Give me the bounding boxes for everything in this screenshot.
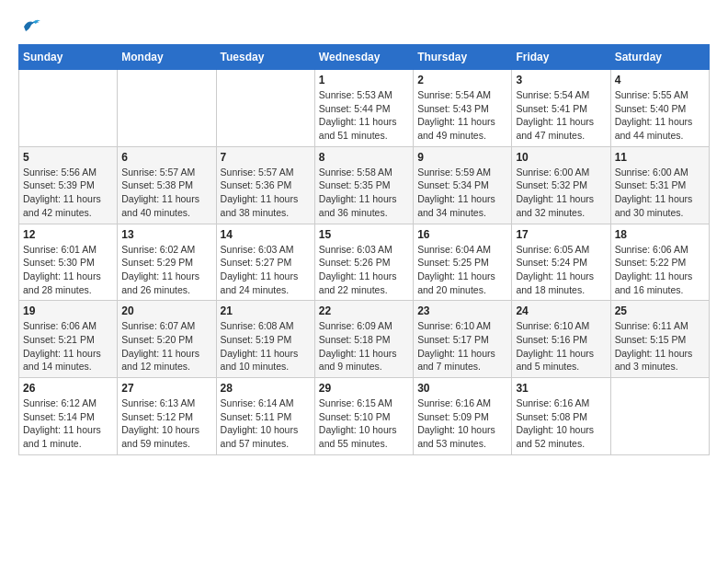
day-info: Sunrise: 6:09 AM Sunset: 5:18 PM Dayligh… (319, 319, 409, 373)
calendar-week-5: 26Sunrise: 6:12 AM Sunset: 5:14 PM Dayli… (19, 378, 710, 455)
calendar-cell: 12Sunrise: 6:01 AM Sunset: 5:30 PM Dayli… (19, 224, 118, 301)
calendar-cell (118, 70, 216, 147)
day-info: Sunrise: 6:10 AM Sunset: 5:17 PM Dayligh… (417, 319, 507, 373)
day-number: 28 (221, 382, 311, 395)
calendar-cell: 15Sunrise: 6:03 AM Sunset: 5:26 PM Dayli… (314, 224, 413, 301)
day-info: Sunrise: 5:55 AM Sunset: 5:40 PM Dayligh… (615, 88, 705, 143)
day-number: 8 (319, 151, 409, 164)
day-number: 27 (121, 382, 211, 395)
day-info: Sunrise: 5:57 AM Sunset: 5:36 PM Dayligh… (221, 166, 311, 220)
day-info: Sunrise: 6:07 AM Sunset: 5:20 PM Dayligh… (121, 319, 211, 373)
day-number: 12 (23, 228, 113, 241)
day-info: Sunrise: 6:15 AM Sunset: 5:10 PM Dayligh… (319, 396, 409, 451)
day-info: Sunrise: 6:00 AM Sunset: 5:32 PM Dayligh… (516, 166, 606, 220)
calendar-table: SundayMondayTuesdayWednesdayThursdayFrid… (18, 44, 710, 455)
day-number: 10 (516, 151, 606, 164)
day-number: 18 (615, 228, 705, 241)
calendar-header-row: SundayMondayTuesdayWednesdayThursdayFrid… (19, 45, 710, 70)
calendar-cell: 11Sunrise: 6:00 AM Sunset: 5:31 PM Dayli… (610, 146, 709, 224)
day-info: Sunrise: 5:53 AM Sunset: 5:44 PM Dayligh… (319, 88, 409, 143)
calendar-cell: 20Sunrise: 6:07 AM Sunset: 5:20 PM Dayli… (118, 301, 216, 378)
weekday-header-monday: Monday (118, 45, 216, 70)
calendar-cell: 22Sunrise: 6:09 AM Sunset: 5:18 PM Dayli… (314, 301, 413, 378)
day-info: Sunrise: 6:14 AM Sunset: 5:11 PM Dayligh… (221, 396, 311, 451)
day-info: Sunrise: 5:59 AM Sunset: 5:34 PM Dayligh… (417, 166, 507, 220)
day-number: 6 (121, 151, 211, 164)
weekday-header-tuesday: Tuesday (216, 45, 314, 70)
calendar-cell: 27Sunrise: 6:13 AM Sunset: 5:12 PM Dayli… (118, 378, 216, 455)
day-info: Sunrise: 6:12 AM Sunset: 5:14 PM Dayligh… (23, 396, 113, 451)
day-number: 2 (417, 74, 507, 86)
page-header (18, 18, 710, 35)
day-number: 14 (221, 228, 311, 241)
logo (18, 18, 40, 35)
calendar-cell: 29Sunrise: 6:15 AM Sunset: 5:10 PM Dayli… (314, 378, 413, 455)
calendar-cell (216, 70, 314, 147)
calendar-cell: 4Sunrise: 5:55 AM Sunset: 5:40 PM Daylig… (610, 70, 709, 147)
calendar-cell: 2Sunrise: 5:54 AM Sunset: 5:43 PM Daylig… (414, 70, 512, 147)
day-number: 17 (516, 228, 606, 241)
calendar-cell: 17Sunrise: 6:05 AM Sunset: 5:24 PM Dayli… (512, 224, 610, 301)
day-info: Sunrise: 6:16 AM Sunset: 5:08 PM Dayligh… (516, 396, 606, 451)
calendar-cell: 24Sunrise: 6:10 AM Sunset: 5:16 PM Dayli… (512, 301, 610, 378)
calendar-cell: 14Sunrise: 6:03 AM Sunset: 5:27 PM Dayli… (216, 224, 314, 301)
day-number: 26 (23, 382, 113, 395)
day-number: 30 (417, 382, 507, 395)
calendar-cell: 18Sunrise: 6:06 AM Sunset: 5:22 PM Dayli… (610, 224, 709, 301)
calendar-body: 1Sunrise: 5:53 AM Sunset: 5:44 PM Daylig… (19, 70, 710, 455)
day-number: 13 (121, 228, 211, 241)
day-number: 20 (121, 304, 211, 317)
day-info: Sunrise: 6:13 AM Sunset: 5:12 PM Dayligh… (121, 396, 211, 451)
calendar-cell: 6Sunrise: 5:57 AM Sunset: 5:38 PM Daylig… (118, 146, 216, 224)
day-info: Sunrise: 5:54 AM Sunset: 5:41 PM Dayligh… (516, 88, 606, 143)
calendar-cell: 8Sunrise: 5:58 AM Sunset: 5:35 PM Daylig… (314, 146, 413, 224)
calendar-cell: 26Sunrise: 6:12 AM Sunset: 5:14 PM Dayli… (19, 378, 118, 455)
calendar-cell: 3Sunrise: 5:54 AM Sunset: 5:41 PM Daylig… (512, 70, 610, 147)
weekday-header-saturday: Saturday (610, 45, 709, 70)
day-number: 1 (319, 74, 409, 86)
day-number: 31 (516, 382, 606, 395)
calendar-cell (610, 378, 709, 455)
calendar-week-2: 5Sunrise: 5:56 AM Sunset: 5:39 PM Daylig… (19, 146, 710, 224)
calendar-cell: 21Sunrise: 6:08 AM Sunset: 5:19 PM Dayli… (216, 301, 314, 378)
calendar-cell: 13Sunrise: 6:02 AM Sunset: 5:29 PM Dayli… (118, 224, 216, 301)
day-number: 19 (23, 304, 113, 317)
day-number: 29 (319, 382, 409, 395)
day-number: 3 (516, 74, 606, 86)
day-info: Sunrise: 6:16 AM Sunset: 5:09 PM Dayligh… (417, 396, 507, 451)
day-info: Sunrise: 5:58 AM Sunset: 5:35 PM Dayligh… (319, 166, 409, 220)
day-number: 21 (221, 304, 311, 317)
day-info: Sunrise: 6:06 AM Sunset: 5:21 PM Dayligh… (23, 319, 113, 373)
day-number: 4 (615, 74, 705, 86)
day-info: Sunrise: 5:57 AM Sunset: 5:38 PM Dayligh… (121, 166, 211, 220)
logo-bird-icon (20, 18, 40, 35)
weekday-header-sunday: Sunday (19, 45, 118, 70)
day-number: 9 (417, 151, 507, 164)
day-number: 16 (417, 228, 507, 241)
day-info: Sunrise: 6:01 AM Sunset: 5:30 PM Dayligh… (23, 243, 113, 297)
day-info: Sunrise: 6:03 AM Sunset: 5:26 PM Dayligh… (319, 243, 409, 297)
weekday-header-friday: Friday (512, 45, 610, 70)
day-number: 22 (319, 304, 409, 317)
calendar-cell: 16Sunrise: 6:04 AM Sunset: 5:25 PM Dayli… (414, 224, 512, 301)
day-info: Sunrise: 6:06 AM Sunset: 5:22 PM Dayligh… (615, 243, 705, 297)
calendar-week-3: 12Sunrise: 6:01 AM Sunset: 5:30 PM Dayli… (19, 224, 710, 301)
calendar-cell: 5Sunrise: 5:56 AM Sunset: 5:39 PM Daylig… (19, 146, 118, 224)
day-info: Sunrise: 6:03 AM Sunset: 5:27 PM Dayligh… (221, 243, 311, 297)
calendar-cell: 23Sunrise: 6:10 AM Sunset: 5:17 PM Dayli… (414, 301, 512, 378)
calendar-week-4: 19Sunrise: 6:06 AM Sunset: 5:21 PM Dayli… (19, 301, 710, 378)
calendar-cell: 7Sunrise: 5:57 AM Sunset: 5:36 PM Daylig… (216, 146, 314, 224)
weekday-header-thursday: Thursday (414, 45, 512, 70)
calendar-cell: 9Sunrise: 5:59 AM Sunset: 5:34 PM Daylig… (414, 146, 512, 224)
calendar-cell: 19Sunrise: 6:06 AM Sunset: 5:21 PM Dayli… (19, 301, 118, 378)
calendar-cell: 10Sunrise: 6:00 AM Sunset: 5:32 PM Dayli… (512, 146, 610, 224)
calendar-cell (19, 70, 118, 147)
day-number: 15 (319, 228, 409, 241)
calendar-cell: 1Sunrise: 5:53 AM Sunset: 5:44 PM Daylig… (314, 70, 413, 147)
day-number: 25 (615, 304, 705, 317)
day-info: Sunrise: 6:11 AM Sunset: 5:15 PM Dayligh… (615, 319, 705, 373)
day-info: Sunrise: 6:08 AM Sunset: 5:19 PM Dayligh… (221, 319, 311, 373)
calendar-cell: 31Sunrise: 6:16 AM Sunset: 5:08 PM Dayli… (512, 378, 610, 455)
calendar-cell: 28Sunrise: 6:14 AM Sunset: 5:11 PM Dayli… (216, 378, 314, 455)
day-number: 7 (221, 151, 311, 164)
